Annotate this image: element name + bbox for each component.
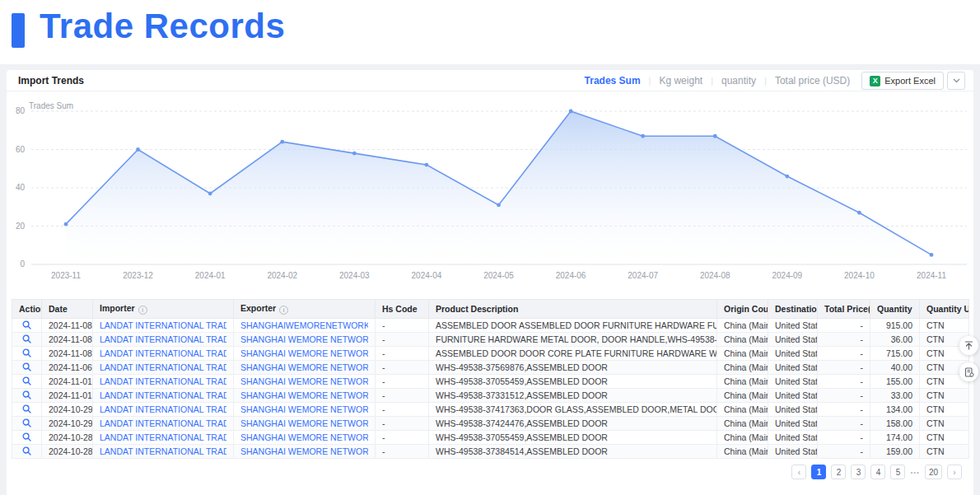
data-point-2024-01 — [208, 192, 212, 196]
cell-origin-country: China (Mainla... — [717, 431, 768, 445]
importer-link[interactable]: LANDAT INTERNATIONAL TRADING — [100, 320, 226, 330]
importer-link[interactable]: LANDAT INTERNATIONAL TRADING — [100, 334, 226, 344]
cell: SHANGHAI WEMORE NETWORK TECHNOLOGY — [234, 333, 376, 347]
exporter-link[interactable]: SHANGHAI WEMORE NETWORK TECHNOLOGY — [240, 418, 368, 428]
export-group: X Export Excel — [861, 72, 965, 90]
cell: SHANGHAI WEMORE NETWORK TECHNOLOGY — [234, 417, 376, 431]
metric-tab-trades-sum[interactable]: Trades Sum — [585, 75, 641, 86]
exporter-link[interactable]: SHANGHAI WEMORE NETWORK TECHNOLOGY — [240, 376, 368, 386]
x-tick-label: 2024-11 — [917, 271, 946, 280]
cell-quantity-unit: CTN — [920, 403, 969, 417]
info-icon[interactable]: i — [279, 306, 288, 315]
column-header-label: Quantity Unit — [926, 304, 969, 314]
x-tick-label: 2024-07 — [628, 271, 658, 280]
metric-tab-total-price-usd[interactable]: Total price (USD) — [775, 75, 850, 86]
importer-link[interactable]: LANDAT INTERNATIONAL TRADING — [100, 418, 226, 428]
cell-total-price: - — [818, 431, 870, 445]
metric-tab-kg-weight[interactable]: Kg weight — [659, 75, 702, 86]
page-button-4[interactable]: 4 — [870, 465, 885, 479]
cell — [12, 347, 42, 361]
row-detail-button[interactable] — [22, 390, 31, 399]
cell-destination-country: United States — [768, 389, 818, 403]
import-trends-card: Import Trends Trades Sum|Kg weight|quant… — [7, 70, 973, 495]
cell-origin-country: China (Mainla... — [717, 389, 768, 403]
row-detail-button[interactable] — [22, 334, 31, 343]
cell-date: 2024-11-08 — [42, 333, 93, 347]
page-button-1[interactable]: 1 — [811, 465, 826, 479]
export-dropdown-button[interactable] — [947, 72, 965, 90]
exporter-link[interactable]: SHANGHAI WEMORE NETWORK TECHNOLOGY — [240, 432, 368, 442]
export-excel-button[interactable]: X Export Excel — [861, 72, 944, 90]
report-form-button[interactable] — [959, 362, 978, 381]
table-row: 2024-11-06LANDAT INTERNATIONAL TRADINGSH… — [12, 361, 969, 375]
cell-origin-country: China (Mainla... — [717, 333, 768, 347]
cell-destination-country: United States — [768, 417, 818, 431]
cell-quantity: 155.00 — [870, 375, 920, 389]
importer-link[interactable]: LANDAT INTERNATIONAL TRADING — [100, 404, 226, 414]
exporter-link[interactable]: SHANGHAI WEMORE NETWORK TECHNOLOGY — [240, 348, 368, 358]
info-icon[interactable]: i — [138, 306, 147, 315]
cell: LANDAT INTERNATIONAL TRADING — [93, 361, 234, 375]
column-header-label: Action — [19, 304, 42, 314]
importer-link[interactable]: LANDAT INTERNATIONAL TRADING — [100, 390, 226, 400]
cell-destination-country: United States — [768, 445, 818, 459]
row-detail-button[interactable] — [22, 376, 31, 385]
data-point-2024-04 — [425, 163, 429, 167]
table-row: 2024-11-01LANDAT INTERNATIONAL TRADINGSH… — [12, 389, 969, 403]
cell-total-price: - — [818, 333, 870, 347]
exporter-link[interactable]: SHANGHAI WEMORE NETWORK TECHNOLOGY — [240, 446, 368, 456]
row-detail-button[interactable] — [22, 320, 31, 329]
cell: LANDAT INTERNATIONAL TRADING — [93, 403, 234, 417]
cell-date: 2024-11-06 — [42, 361, 93, 375]
records-table-wrap: ActionDateImporteriExporteriHs CodeProdu… — [12, 299, 968, 459]
prev-page-button[interactable]: ‹ — [791, 465, 806, 479]
x-tick-label: 2023-11 — [51, 271, 81, 280]
cell-date: 2024-10-28 — [42, 431, 93, 445]
row-detail-button[interactable] — [22, 446, 31, 455]
importer-link[interactable]: LANDAT INTERNATIONAL TRADING — [100, 376, 226, 386]
exporter-link[interactable]: SHANGHAI WEMORE NETWORK TECHNOLOGY — [240, 390, 368, 400]
x-tick-label: 2024-01 — [195, 271, 226, 280]
cell-hs-code: - — [376, 445, 429, 459]
page-button-20[interactable]: 20 — [925, 465, 942, 479]
row-detail-button[interactable] — [22, 348, 31, 357]
data-point-2024-08 — [713, 134, 717, 138]
cell-origin-country: China (Mainla... — [717, 375, 768, 389]
back-to-top-button[interactable] — [959, 336, 978, 355]
page-button-5[interactable]: 5 — [890, 465, 905, 479]
exporter-link[interactable]: SHANGHAI WEMORE NETWORK TECHNOLOGY — [240, 404, 368, 414]
importer-link[interactable]: LANDAT INTERNATIONAL TRADING — [100, 348, 226, 358]
importer-link[interactable]: LANDAT INTERNATIONAL TRADING — [100, 432, 226, 442]
row-detail-button[interactable] — [22, 432, 31, 441]
metric-tab-quantity[interactable]: quantity — [721, 75, 756, 86]
column-header-label: Exporter — [240, 303, 276, 313]
cell: SHANGHAI WEMORE NETWORK TECHNOLOGY — [234, 361, 376, 375]
table-header-row: ActionDateImporteriExporteriHs CodeProdu… — [12, 300, 969, 319]
cell-origin-country: China (Mainla... — [717, 347, 768, 361]
importer-link[interactable]: LANDAT INTERNATIONAL TRADING — [100, 446, 226, 456]
row-detail-button[interactable] — [22, 404, 31, 413]
cell-date: 2024-10-28 — [42, 445, 93, 459]
pagination-ellipsis[interactable]: ••• — [910, 469, 919, 476]
exporter-link[interactable]: SHANGHAI WEMORE NETWORK TECHNOLOGY — [240, 362, 368, 372]
cell-origin-country: China (Mainla... — [717, 445, 768, 459]
importer-link[interactable]: LANDAT INTERNATIONAL TRADING — [100, 362, 226, 372]
cell-product-description: ASSEMBLED DOOR ASSEMBLED DOOR FURNITURE … — [429, 319, 717, 333]
y-tick-label: 60 — [16, 145, 26, 154]
row-detail-button[interactable] — [22, 362, 31, 371]
page-button-2[interactable]: 2 — [831, 465, 846, 479]
column-header-quantity-unit: Quantity Unit — [920, 300, 969, 319]
column-header-exporter: Exporteri — [234, 300, 376, 319]
data-point-2024-07 — [641, 134, 645, 138]
exporter-link[interactable]: SHANGHAI WEMORE NETWORK TECHNOLOGY — [240, 334, 368, 344]
cell — [12, 403, 42, 417]
next-page-button[interactable]: › — [947, 465, 962, 479]
cell-quantity: 40.00 — [870, 361, 920, 375]
chart-y-axis-title: Trades Sum — [29, 101, 73, 110]
cell-origin-country: China (Mainla... — [717, 319, 768, 333]
exporter-link[interactable]: SHANGHAIWEMORENETWORKTECHNOLOGY — [240, 320, 368, 330]
cell: SHANGHAI WEMORE NETWORK TECHNOLOGY — [234, 347, 376, 361]
row-detail-button[interactable] — [22, 418, 31, 427]
page-button-3[interactable]: 3 — [851, 465, 866, 479]
cell-hs-code: - — [376, 431, 429, 445]
